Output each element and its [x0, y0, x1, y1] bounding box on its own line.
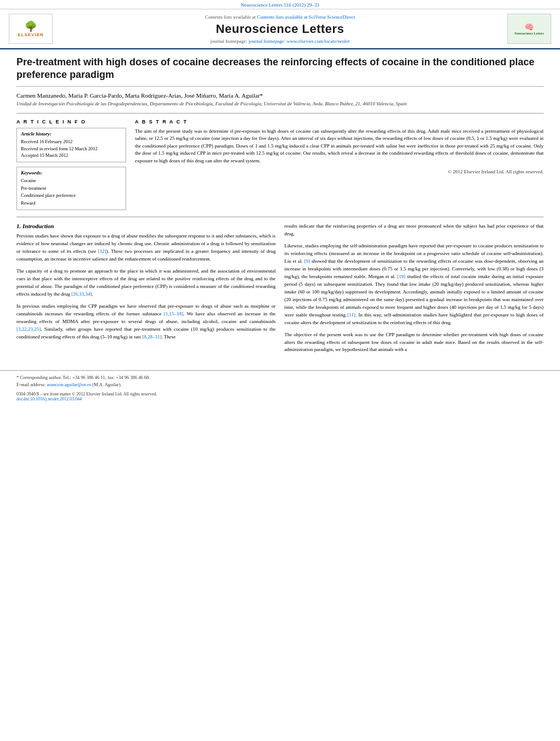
- journal-header: 🌳 ELSEVIER Contents lists available at C…: [0, 9, 560, 49]
- article-content: Pre-treatment with high doses of cocaine…: [0, 49, 560, 365]
- footnote-1: * Corresponding author. Tel.: +34 96 386…: [16, 374, 544, 381]
- article-info-heading: A R T I C L E I N F O: [16, 119, 126, 125]
- body-columns: 1. Introduction Previous studies have sh…: [16, 217, 544, 358]
- body-right-para-2: Likewise, studies employing the self-adm…: [285, 242, 544, 326]
- body-right-col: results indicate that the reinforcing pr…: [285, 223, 544, 358]
- journal-citation: Neuroscience Letters 516 (2012) 29–33: [241, 2, 319, 8]
- abstract-text: The aim of the present study was to dete…: [135, 128, 544, 165]
- elsevier-logo-area: 🌳 ELSEVIER: [9, 14, 58, 44]
- ref-9[interactable]: [9]: [304, 258, 310, 264]
- body-left-col: 1. Introduction Previous studies have sh…: [16, 223, 276, 358]
- authors-line: Carmen Manzanedo, María P. García-Pardo,…: [16, 92, 544, 99]
- copyright-line: © 2012 Elsevier Ireland Ltd. All rights …: [135, 169, 544, 174]
- ref-3-22-23-25[interactable]: [3,22,23,25]: [16, 326, 41, 332]
- keywords-title: Keywords:: [21, 170, 122, 176]
- article-info-panel: A R T I C L E I N F O Article history: R…: [16, 119, 126, 211]
- body-para-2: The capacity of a drug to promote an app…: [16, 268, 276, 298]
- history-block: Article history: Received 16 February 20…: [16, 128, 126, 162]
- ref-26-33-34[interactable]: [26,33,34]: [71, 291, 92, 297]
- history-item-1: Received 16 February 2012: [21, 138, 122, 145]
- footnote-area: * Corresponding author. Tel.: +34 96 386…: [0, 370, 560, 388]
- doi-label: doi:: [16, 397, 23, 401]
- right-logo-label: Neuroscience Letters: [514, 32, 544, 35]
- keywords-block: Keywords: Cocaine Pre-treatment Conditio…: [16, 167, 126, 210]
- abstract-heading: A B S T R A C T: [135, 119, 544, 125]
- contents-line: Contents lists available at Contents lis…: [58, 14, 502, 20]
- elsevier-tree-icon: 🌳: [25, 20, 37, 32]
- doi-value[interactable]: doi:10.1016/j.neulet.2012.03.044: [23, 397, 81, 401]
- body-right-para-3: The objective of the present work was to…: [285, 331, 544, 354]
- authors-text: Carmen Manzanedo, María P. García-Pardo,…: [16, 92, 263, 99]
- history-item-3: Accepted 15 March 2012: [21, 152, 122, 159]
- history-item-2: Received in revised form 12 March 2012: [21, 145, 122, 152]
- right-logo-box: 🧠 Neuroscience Letters: [507, 14, 551, 44]
- elsevier-label: ELSEVIER: [18, 32, 44, 37]
- header-center: Contents lists available at Contents lis…: [58, 14, 502, 44]
- ref-19[interactable]: [19]: [397, 274, 405, 279]
- sciverse-link[interactable]: Contents lists available at SciVerse Sci…: [257, 14, 355, 20]
- homepage-line: journal homepage: journal homepage: www.…: [58, 38, 502, 44]
- elsevier-logo-box: 🌳 ELSEVIER: [9, 14, 53, 44]
- footnote-2: E-mail address: asuncion.aguilar@uv.es (…: [16, 381, 544, 388]
- top-bar: Neuroscience Letters 516 (2012) 29–33: [0, 0, 560, 9]
- homepage-link[interactable]: journal homepage: www.elsevier.com/locat…: [248, 38, 349, 44]
- body-right-para-1: results indicate that the reinforcing pr…: [285, 223, 544, 238]
- keyword-1: Cocaine: [21, 177, 122, 185]
- right-logo-area: 🧠 Neuroscience Letters: [502, 14, 551, 44]
- body-para-1: Previous studies have shown that exposur…: [16, 233, 276, 263]
- article-info-abstract: A R T I C L E I N F O Article history: R…: [16, 113, 544, 211]
- keyword-3: Conditioned place preference: [21, 192, 122, 200]
- ref-1-15-18[interactable]: [1,15–18]: [164, 311, 183, 316]
- article-title: Pre-treatment with high doses of cocaine…: [16, 56, 544, 87]
- abstract-section: A B S T R A C T The aim of the present s…: [135, 119, 544, 211]
- history-title: Article history:: [21, 131, 122, 137]
- journal-title: Neuroscience Letters: [58, 22, 502, 36]
- page-footer: 0304-3940/$ – see front matter © 2012 El…: [0, 392, 560, 401]
- keyword-4: Reward: [21, 200, 122, 207]
- footer-rights: 0304-3940/$ – see front matter © 2012 El…: [16, 392, 544, 397]
- ref-11[interactable]: [11]: [347, 312, 355, 318]
- email-link[interactable]: asuncion.aguilar@uv.es: [47, 382, 91, 387]
- section1-title: 1. Introduction: [16, 223, 276, 229]
- ref-8-28-31[interactable]: [8,28–31]: [142, 334, 161, 340]
- keyword-2: Pre-treatment: [21, 185, 122, 193]
- body-para-3: In previous studies employing the CPP pa…: [16, 303, 276, 341]
- affiliation: Unidad de Investigación Psicobiología de…: [16, 101, 544, 106]
- ref-32[interactable]: [32]: [98, 248, 106, 254]
- footer-doi[interactable]: doi:doi:10.1016/j.neulet.2012.03.044: [16, 397, 544, 401]
